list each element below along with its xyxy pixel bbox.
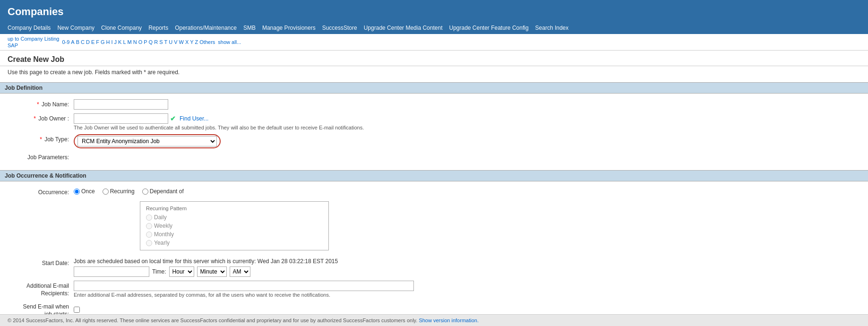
occurrence-radio-group: Once Recurring Dependant of (74, 188, 860, 195)
alpha-l[interactable]: L (123, 39, 126, 45)
recurring-weekly-radio[interactable] (146, 223, 152, 229)
page-header-title: Companies (8, 6, 860, 18)
occurrence-once-option[interactable]: Once (74, 188, 95, 195)
nav-manage-provisioners[interactable]: Manage Provisioners (262, 25, 316, 31)
recurring-weekly-label: Weekly (154, 223, 172, 229)
job-owner-description: The Job Owner will be used to authentica… (74, 125, 860, 130)
alpha-j[interactable]: J (114, 39, 117, 45)
minute-select[interactable]: Minute 00 05 10 30 (197, 266, 227, 277)
alpha-q[interactable]: Q (149, 39, 153, 45)
alpha-o[interactable]: O (138, 39, 143, 45)
job-type-select[interactable]: RCM Entity Anonymization Job Another Job… (77, 136, 217, 146)
nav-search-index[interactable]: Search Index (535, 25, 569, 31)
job-owner-label: * Job Owner : (8, 113, 74, 122)
start-date-label: Start Date: (8, 258, 74, 266)
job-occurrence-section-header: Job Occurrence & Notification (0, 170, 868, 181)
occurrence-recurring-option[interactable]: Recurring (103, 188, 135, 195)
occurrence-label: Occurrence: (8, 187, 74, 196)
occurrence-recurring-label: Recurring (110, 188, 135, 195)
additional-email-label: Additional E-mailRecipients: (8, 281, 74, 297)
nav-smb[interactable]: SMB (243, 25, 256, 31)
find-user-link[interactable]: Find User... (180, 115, 208, 122)
nav-operations[interactable]: Operations/Maintenance (175, 25, 237, 31)
up-to-company-listing-link[interactable]: up to Company Listing (8, 36, 59, 42)
occurrence-options-container: Once Recurring Dependant of (74, 188, 860, 195)
job-owner-field-container: ✔ Find User... The Job Owner will be use… (74, 113, 860, 130)
occurrence-once-radio[interactable] (74, 189, 80, 195)
alpha-z[interactable]: Z (195, 39, 198, 45)
send-email-checkbox-label[interactable] (74, 307, 860, 313)
header: Companies (0, 0, 868, 23)
alpha-f[interactable]: F (96, 39, 99, 45)
job-definition-section-header: Job Definition (0, 82, 868, 94)
nav-clone-company[interactable]: Clone Company (101, 25, 142, 31)
alpha-t[interactable]: T (164, 39, 167, 45)
recurring-daily-option[interactable]: Daily (146, 214, 323, 221)
sap-link[interactable]: SAP (8, 43, 18, 48)
alpha-r[interactable]: R (154, 39, 158, 45)
nav-upgrade-media[interactable]: Upgrade Center Media Content (364, 25, 443, 31)
nav-success-store[interactable]: SuccessStore (322, 25, 357, 31)
server-time-text: Jobs are scheduled based on local time f… (74, 258, 338, 265)
occurrence-dependant-option[interactable]: Dependant of (142, 188, 184, 195)
send-email-checkbox[interactable] (74, 307, 80, 313)
alpha-g[interactable]: G (101, 39, 105, 45)
ampm-select[interactable]: AM PM (230, 266, 250, 277)
recurring-pattern-title: Recurring Pattern (146, 206, 323, 211)
job-parameters-label: Job Parameters: (8, 152, 74, 161)
alpha-others[interactable]: Others (199, 39, 215, 45)
alpha-a[interactable]: A (71, 39, 74, 45)
alpha-k[interactable]: K (118, 39, 121, 45)
alpha-v[interactable]: V (174, 39, 177, 45)
show-all-link[interactable]: show all... (218, 39, 241, 45)
recurring-yearly-radio[interactable] (146, 240, 152, 246)
required-star-type: * (40, 136, 42, 143)
start-date-input[interactable] (74, 266, 149, 277)
breadcrumb-bar: up to Company Listing SAP 0-9 A B C D E … (0, 34, 868, 51)
job-name-input[interactable] (74, 99, 168, 110)
alpha-u[interactable]: U (169, 39, 172, 45)
job-name-label: * Job Name: (8, 99, 74, 108)
alpha-w[interactable]: W (179, 39, 184, 45)
recurring-monthly-option[interactable]: Monthly (146, 231, 323, 238)
alpha-x[interactable]: X (185, 39, 189, 45)
job-type-oval-border: RCM Entity Anonymization Job Another Job… (74, 134, 221, 148)
alpha-p[interactable]: P (144, 39, 147, 45)
alpha-n[interactable]: N (133, 39, 137, 45)
recurring-monthly-label: Monthly (154, 231, 174, 238)
occurrence-recurring-radio[interactable] (103, 189, 109, 195)
hour-select[interactable]: Hour 1 2 3 4 12 (169, 266, 194, 277)
nav-reports[interactable]: Reports (148, 25, 168, 31)
show-version-link[interactable]: Show version information. (419, 317, 479, 323)
additional-email-content: Enter additional E-mail addresses, separ… (74, 281, 860, 298)
additional-email-input[interactable] (74, 281, 414, 291)
nav-new-company[interactable]: New Company (57, 25, 95, 31)
alpha-b[interactable]: B (76, 39, 79, 45)
recurring-pattern-box: Recurring Pattern Daily Weekly Monthl (140, 201, 329, 250)
email-hint-text: Enter additional E-mail addresses, separ… (74, 292, 860, 298)
alpha-i[interactable]: I (112, 39, 113, 45)
recurring-options-group: Daily Weekly Monthly Yearly (146, 214, 323, 246)
alpha-09[interactable]: 0-9 (62, 39, 69, 45)
recurring-monthly-radio[interactable] (146, 232, 152, 238)
recurring-daily-label: Daily (154, 214, 167, 221)
start-date-content: Jobs are scheduled based on local time f… (74, 258, 860, 277)
nav-upgrade-feature[interactable]: Upgrade Center Feature Config (449, 25, 528, 31)
occurrence-once-label: Once (81, 188, 95, 195)
nav-company-details[interactable]: Company Details (8, 25, 51, 31)
occurrence-dependant-radio[interactable] (142, 189, 148, 195)
alpha-m[interactable]: M (128, 39, 132, 45)
alpha-d[interactable]: D (86, 39, 90, 45)
alpha-s[interactable]: S (159, 39, 163, 45)
recurring-yearly-option[interactable]: Yearly (146, 240, 323, 246)
alpha-y[interactable]: Y (190, 39, 193, 45)
job-owner-input[interactable] (74, 113, 168, 124)
alpha-c[interactable]: C (81, 39, 85, 45)
content-area: Create New Job Use this page to create a… (0, 51, 868, 326)
time-row: Time: Hour 1 2 3 4 12 Minute 00 05 (74, 266, 860, 277)
alpha-h[interactable]: H (106, 39, 110, 45)
recurring-daily-radio[interactable] (146, 214, 152, 221)
find-user-plus-icon: ✔ (170, 115, 176, 122)
recurring-weekly-option[interactable]: Weekly (146, 223, 323, 229)
alpha-e[interactable]: E (91, 39, 95, 45)
